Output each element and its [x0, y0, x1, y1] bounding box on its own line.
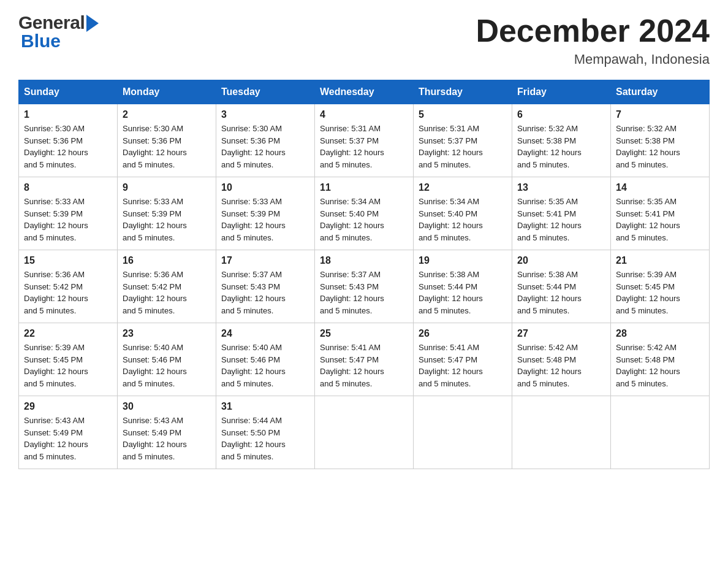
header-monday: Monday: [118, 80, 216, 104]
calendar-week-1: 1 Sunrise: 5:30 AMSunset: 5:36 PMDayligh…: [19, 104, 710, 177]
day-info: Sunrise: 5:36 AMSunset: 5:42 PMDaylight:…: [24, 269, 112, 316]
day-number: 15: [24, 255, 112, 266]
calendar-cell: [414, 396, 512, 469]
calendar-table: SundayMondayTuesdayWednesdayThursdayFrid…: [18, 80, 710, 469]
day-info: Sunrise: 5:31 AMSunset: 5:37 PMDaylight:…: [320, 123, 408, 170]
calendar-cell: 10 Sunrise: 5:33 AMSunset: 5:39 PMDaylig…: [216, 177, 315, 250]
day-number: 24: [221, 328, 309, 339]
day-number: 27: [517, 328, 605, 339]
day-number: 14: [616, 182, 704, 193]
day-info: Sunrise: 5:43 AMSunset: 5:49 PMDaylight:…: [24, 415, 112, 462]
day-number: 10: [221, 182, 309, 193]
calendar-cell: 6 Sunrise: 5:32 AMSunset: 5:38 PMDayligh…: [512, 104, 611, 177]
day-number: 17: [221, 255, 309, 266]
day-number: 21: [616, 255, 704, 266]
day-info: Sunrise: 5:37 AMSunset: 5:43 PMDaylight:…: [221, 269, 309, 316]
calendar-cell: 29 Sunrise: 5:43 AMSunset: 5:49 PMDaylig…: [19, 396, 118, 469]
day-number: 22: [24, 328, 112, 339]
day-info: Sunrise: 5:33 AMSunset: 5:39 PMDaylight:…: [221, 196, 309, 243]
day-number: 16: [123, 255, 211, 266]
calendar-cell: 11 Sunrise: 5:34 AMSunset: 5:40 PMDaylig…: [315, 177, 414, 250]
day-info: Sunrise: 5:30 AMSunset: 5:36 PMDaylight:…: [24, 123, 112, 170]
day-info: Sunrise: 5:34 AMSunset: 5:40 PMDaylight:…: [320, 196, 408, 243]
calendar-cell: 19 Sunrise: 5:38 AMSunset: 5:44 PMDaylig…: [414, 250, 512, 323]
calendar-week-5: 29 Sunrise: 5:43 AMSunset: 5:49 PMDaylig…: [19, 396, 710, 469]
calendar-cell: 21 Sunrise: 5:39 AMSunset: 5:45 PMDaylig…: [611, 250, 710, 323]
day-info: Sunrise: 5:39 AMSunset: 5:45 PMDaylight:…: [24, 342, 112, 389]
day-number: 18: [320, 255, 408, 266]
day-info: Sunrise: 5:42 AMSunset: 5:48 PMDaylight:…: [517, 342, 605, 389]
day-info: Sunrise: 5:32 AMSunset: 5:38 PMDaylight:…: [517, 123, 605, 170]
day-info: Sunrise: 5:35 AMSunset: 5:41 PMDaylight:…: [616, 196, 704, 243]
calendar-cell: 28 Sunrise: 5:42 AMSunset: 5:48 PMDaylig…: [611, 323, 710, 396]
day-number: 31: [221, 401, 309, 412]
day-number: 6: [517, 109, 605, 120]
header-sunday: Sunday: [19, 80, 118, 104]
day-number: 26: [419, 328, 507, 339]
logo: General Blue: [18, 12, 99, 52]
page-title: December 2024: [476, 12, 710, 49]
day-info: Sunrise: 5:36 AMSunset: 5:42 PMDaylight:…: [123, 269, 211, 316]
day-info: Sunrise: 5:41 AMSunset: 5:47 PMDaylight:…: [419, 342, 507, 389]
day-info: Sunrise: 5:38 AMSunset: 5:44 PMDaylight:…: [517, 269, 605, 316]
logo-arrow-icon: [86, 15, 99, 32]
day-info: Sunrise: 5:39 AMSunset: 5:45 PMDaylight:…: [616, 269, 704, 316]
day-number: 1: [24, 109, 112, 120]
calendar-cell: 16 Sunrise: 5:36 AMSunset: 5:42 PMDaylig…: [118, 250, 216, 323]
calendar-week-2: 8 Sunrise: 5:33 AMSunset: 5:39 PMDayligh…: [19, 177, 710, 250]
calendar-cell: 15 Sunrise: 5:36 AMSunset: 5:42 PMDaylig…: [19, 250, 118, 323]
day-number: 13: [517, 182, 605, 193]
day-number: 7: [616, 109, 704, 120]
day-number: 8: [24, 182, 112, 193]
day-number: 30: [123, 401, 211, 412]
calendar-cell: 18 Sunrise: 5:37 AMSunset: 5:43 PMDaylig…: [315, 250, 414, 323]
header-saturday: Saturday: [611, 80, 710, 104]
day-number: 28: [616, 328, 704, 339]
day-info: Sunrise: 5:30 AMSunset: 5:36 PMDaylight:…: [123, 123, 211, 170]
header-friday: Friday: [512, 80, 611, 104]
calendar-cell: 3 Sunrise: 5:30 AMSunset: 5:36 PMDayligh…: [216, 104, 315, 177]
calendar-cell: 17 Sunrise: 5:37 AMSunset: 5:43 PMDaylig…: [216, 250, 315, 323]
day-info: Sunrise: 5:41 AMSunset: 5:47 PMDaylight:…: [320, 342, 408, 389]
day-number: 2: [123, 109, 211, 120]
day-number: 5: [419, 109, 507, 120]
calendar-cell: 23 Sunrise: 5:40 AMSunset: 5:46 PMDaylig…: [118, 323, 216, 396]
day-number: 4: [320, 109, 408, 120]
header-wednesday: Wednesday: [315, 80, 414, 104]
day-info: Sunrise: 5:42 AMSunset: 5:48 PMDaylight:…: [616, 342, 704, 389]
calendar-cell: 26 Sunrise: 5:41 AMSunset: 5:47 PMDaylig…: [414, 323, 512, 396]
calendar-cell: 31 Sunrise: 5:44 AMSunset: 5:50 PMDaylig…: [216, 396, 315, 469]
calendar-week-4: 22 Sunrise: 5:39 AMSunset: 5:45 PMDaylig…: [19, 323, 710, 396]
day-info: Sunrise: 5:43 AMSunset: 5:49 PMDaylight:…: [123, 415, 211, 462]
calendar-cell: 13 Sunrise: 5:35 AMSunset: 5:41 PMDaylig…: [512, 177, 611, 250]
calendar-cell: 7 Sunrise: 5:32 AMSunset: 5:38 PMDayligh…: [611, 104, 710, 177]
page-subtitle: Mempawah, Indonesia: [476, 52, 710, 67]
day-info: Sunrise: 5:33 AMSunset: 5:39 PMDaylight:…: [24, 196, 112, 243]
day-number: 12: [419, 182, 507, 193]
calendar-cell: 27 Sunrise: 5:42 AMSunset: 5:48 PMDaylig…: [512, 323, 611, 396]
calendar-cell: 5 Sunrise: 5:31 AMSunset: 5:37 PMDayligh…: [414, 104, 512, 177]
day-info: Sunrise: 5:31 AMSunset: 5:37 PMDaylight:…: [419, 123, 507, 170]
day-info: Sunrise: 5:35 AMSunset: 5:41 PMDaylight:…: [517, 196, 605, 243]
calendar-cell: 1 Sunrise: 5:30 AMSunset: 5:36 PMDayligh…: [19, 104, 118, 177]
calendar-cell: [611, 396, 710, 469]
day-info: Sunrise: 5:38 AMSunset: 5:44 PMDaylight:…: [419, 269, 507, 316]
calendar-cell: [315, 396, 414, 469]
calendar-cell: [512, 396, 611, 469]
calendar-cell: 9 Sunrise: 5:33 AMSunset: 5:39 PMDayligh…: [118, 177, 216, 250]
day-number: 9: [123, 182, 211, 193]
title-block: December 2024 Mempawah, Indonesia: [476, 12, 710, 67]
header-thursday: Thursday: [414, 80, 512, 104]
day-info: Sunrise: 5:37 AMSunset: 5:43 PMDaylight:…: [320, 269, 408, 316]
logo-blue-text: Blue: [21, 31, 99, 52]
calendar-cell: 25 Sunrise: 5:41 AMSunset: 5:47 PMDaylig…: [315, 323, 414, 396]
day-info: Sunrise: 5:33 AMSunset: 5:39 PMDaylight:…: [123, 196, 211, 243]
day-number: 3: [221, 109, 309, 120]
calendar-cell: 2 Sunrise: 5:30 AMSunset: 5:36 PMDayligh…: [118, 104, 216, 177]
day-info: Sunrise: 5:40 AMSunset: 5:46 PMDaylight:…: [221, 342, 309, 389]
day-number: 19: [419, 255, 507, 266]
header-tuesday: Tuesday: [216, 80, 315, 104]
calendar-cell: 22 Sunrise: 5:39 AMSunset: 5:45 PMDaylig…: [19, 323, 118, 396]
calendar-header-row: SundayMondayTuesdayWednesdayThursdayFrid…: [19, 80, 710, 104]
calendar-cell: 4 Sunrise: 5:31 AMSunset: 5:37 PMDayligh…: [315, 104, 414, 177]
